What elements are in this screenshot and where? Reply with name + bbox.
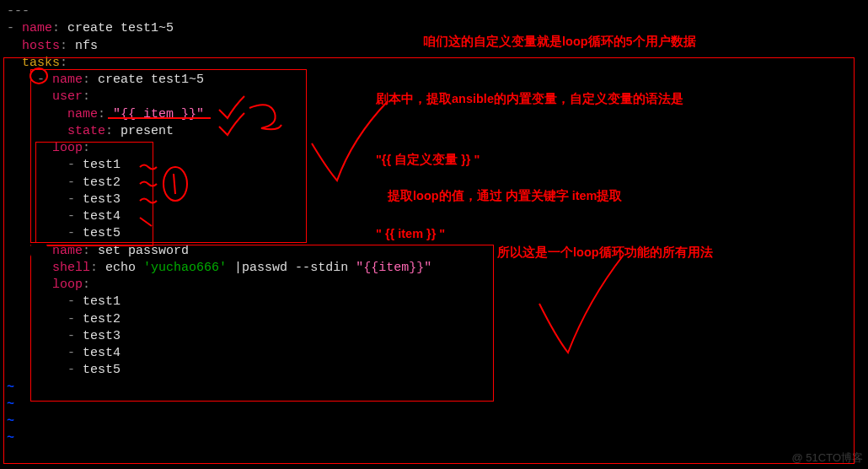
- vim-tilde-2: ~: [7, 396, 861, 413]
- vim-tilde-3: ~: [7, 413, 861, 430]
- task2-name: - name: set password: [7, 243, 861, 260]
- task2-loop-1: - test2: [7, 311, 861, 328]
- yaml-doc-start: ---: [7, 3, 861, 20]
- annotation-text-2: 剧本中，提取ansible的内置变量，自定义变量的语法是: [376, 91, 764, 108]
- vim-tilde-1: ~: [7, 380, 861, 396]
- annotation-text-5: " {{ item }} ": [376, 226, 445, 243]
- task1-user-state: state: present: [7, 123, 861, 140]
- task2-loop-2: - test3: [7, 328, 861, 345]
- task2-loop: loop:: [7, 277, 861, 294]
- annotation-text-6: 所以这是一个loop循环功能的所有用法: [497, 245, 713, 261]
- task2-loop-0: - test1: [7, 294, 861, 310]
- task2-shell: shell: echo 'yuchao666' |passwd --stdin …: [7, 260, 861, 277]
- task1-name: - name: create test1~5: [7, 72, 861, 89]
- tasks-line: tasks:: [7, 55, 861, 72]
- annotation-text-1: 咱们这的自定义变量就是loop循环的5个用户数据: [423, 34, 696, 51]
- annotation-text-3: "{{ 自定义变量 }} ": [376, 152, 480, 169]
- vim-tilde-4: ~: [7, 430, 861, 447]
- task1-loop-3: - test4: [7, 208, 861, 225]
- watermark: @ 51CTO博客: [792, 450, 863, 466]
- task2-loop-3: - test4: [7, 345, 861, 362]
- annotation-text-4: 提取loop的值，通过 内置关键字 item提取: [388, 188, 622, 205]
- task1-user-name: name: "{{ item }}": [7, 106, 861, 123]
- task2-loop-4: - test5: [7, 362, 861, 379]
